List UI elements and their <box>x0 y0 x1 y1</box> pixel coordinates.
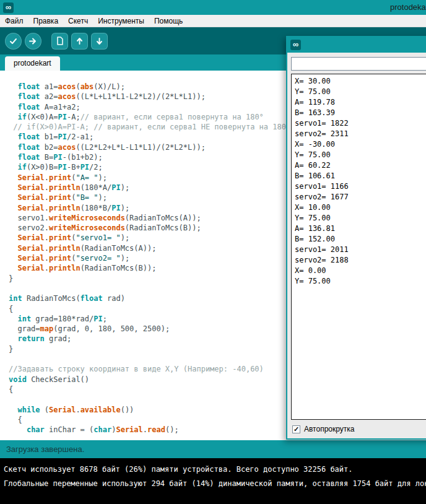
serial-output-line: servo1= 1166 <box>295 181 426 192</box>
arduino-logo-icon <box>3 2 14 13</box>
serial-output-line: servo2= 1677 <box>295 192 426 202</box>
menu-item-help[interactable]: Помощь <box>149 15 188 27</box>
arrow-up-icon <box>75 37 84 46</box>
serial-output-line: Y= 75.00 <box>295 87 426 97</box>
menu-item-file[interactable]: Файл <box>0 15 28 27</box>
serial-output-line: servo2= 2188 <box>295 255 426 266</box>
serial-output-line: B= 106.61 <box>295 171 426 181</box>
serial-output-line: B= 152.00 <box>295 234 426 245</box>
arrow-right-icon <box>28 37 38 46</box>
new-sketch-button[interactable] <box>51 33 68 50</box>
serial-monitor-window: X= 30.00Y= 75.00A= 119.78B= 163.39servo1… <box>286 36 426 440</box>
save-button[interactable] <box>91 33 108 50</box>
tab-protodekart[interactable]: protodekart <box>5 56 60 71</box>
serial-output-line: X= 30.00 <box>295 76 426 87</box>
serial-output-line: servo2= 2311 <box>295 129 426 139</box>
build-console[interactable]: Скетч использует 8678 байт (26%) памяти … <box>0 458 426 504</box>
serial-output[interactable]: X= 30.00Y= 75.00A= 119.78B= 163.39servo1… <box>291 74 426 420</box>
autoscroll-checkbox[interactable] <box>292 425 300 433</box>
upload-button[interactable] <box>25 33 41 50</box>
serial-output-line: servo1= 2011 <box>295 245 426 255</box>
arduino-logo-icon <box>290 40 301 50</box>
console-line: Скетч использует 8678 байт (26%) памяти … <box>4 463 426 477</box>
arduino-ide-window: protodekart ФайлПравкаСкетчИнструментыПо… <box>0 0 426 504</box>
serial-output-line: Y= 75.00 <box>295 276 426 287</box>
menu-item-tools[interactable]: Инструменты <box>93 15 149 27</box>
arrow-down-icon <box>95 37 104 46</box>
autoscroll-label: Автопрокрутка <box>304 425 354 433</box>
title-bar: protodekart <box>0 0 426 15</box>
serial-output-line: A= 60.22 <box>295 160 426 171</box>
menu-item-sketch[interactable]: Скетч <box>63 15 93 27</box>
menu-item-edit[interactable]: Правка <box>28 15 64 27</box>
open-button[interactable] <box>71 33 88 50</box>
status-message: Загрузка завершена. <box>6 445 84 454</box>
serial-output-line: Y= 75.00 <box>295 213 426 224</box>
tab-label: protodekart <box>14 59 51 67</box>
serial-output-line: servo1= 1822 <box>295 118 426 129</box>
serial-monitor-footer: Автопрокрутка <box>287 420 426 438</box>
serial-monitor-title-bar <box>287 37 426 53</box>
serial-output-line: B= 163.39 <box>295 108 426 118</box>
status-bar: Загрузка завершена. <box>0 440 426 458</box>
menu-bar: ФайлПравкаСкетчИнструментыПомощь <box>0 15 426 27</box>
serial-output-line: X= 0.00 <box>295 266 426 276</box>
check-icon <box>9 37 18 46</box>
serial-output-line: A= 136.81 <box>295 224 426 234</box>
document-icon <box>56 37 64 45</box>
serial-output-line: X= -30.00 <box>295 139 426 150</box>
window-title: protodekart <box>390 2 426 12</box>
serial-input-row <box>287 53 426 74</box>
serial-output-line: Y= 75.00 <box>295 150 426 160</box>
serial-output-line: A= 119.78 <box>295 97 426 108</box>
serial-send-input[interactable] <box>291 57 426 71</box>
verify-button[interactable] <box>5 33 22 50</box>
console-line: Глобальные переменные используют 294 бай… <box>4 477 426 491</box>
serial-output-line: X= 10.00 <box>295 202 426 213</box>
